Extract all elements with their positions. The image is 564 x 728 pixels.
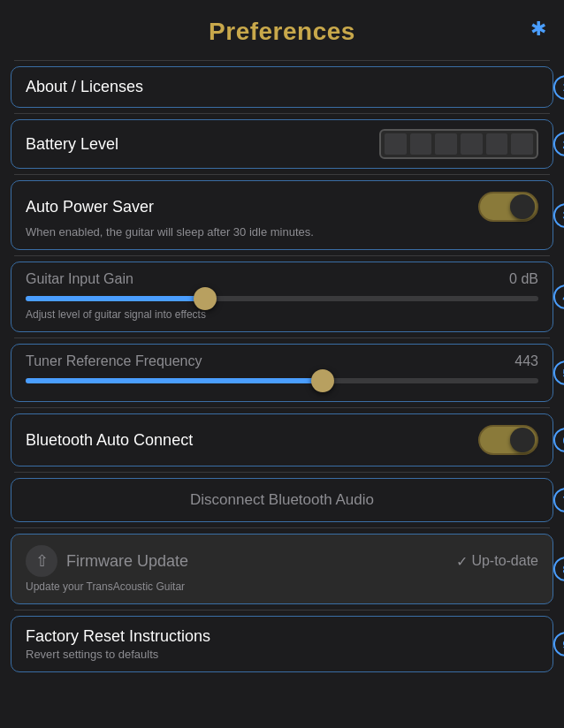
guitar-gain-row: Guitar Input Gain 0 dB Adjust level of g… — [11, 262, 553, 332]
disconnect-button[interactable]: Disconnect Bluetooth Audio — [11, 478, 553, 522]
factory-subtitle: Revert settings to defaults — [26, 648, 538, 661]
bluetooth-toggle-knob — [510, 428, 535, 452]
tuner-value: 443 — [514, 353, 538, 369]
bluetooth-row: Bluetooth Auto Connect — [11, 413, 553, 466]
badge-9: 9 — [553, 632, 564, 656]
auto-power-toggle[interactable] — [478, 192, 538, 222]
divider-2 — [14, 174, 550, 175]
guitar-gain-hint: Adjust level of guitar signal into effec… — [26, 308, 538, 321]
badge-1: 1 — [553, 75, 564, 100]
battery-row: Battery Level — [11, 119, 553, 169]
guitar-gain-row-wrapper: Guitar Input Gain 0 dB Adjust level of g… — [0, 262, 564, 332]
firmware-row-wrapper: ⇧ Firmware Update ✓ Up-to-date Update yo… — [0, 534, 564, 604]
auto-power-subtitle: When enabled, the guitar will sleep afte… — [26, 225, 538, 239]
checkmark-icon: ✓ — [456, 553, 468, 570]
bluetooth-toggle[interactable] — [478, 425, 538, 455]
page-title: Preferences — [209, 18, 355, 46]
disconnect-row-wrapper: Disconnect Bluetooth Audio 7 — [0, 478, 564, 522]
battery-seg-4 — [461, 133, 483, 155]
tuner-track[interactable] — [26, 378, 538, 383]
auto-power-row: Auto Power Saver When enabled, the guita… — [11, 180, 553, 250]
firmware-row[interactable]: ⇧ Firmware Update ✓ Up-to-date Update yo… — [11, 534, 553, 604]
divider-1 — [14, 113, 550, 114]
badge-3: 3 — [553, 203, 564, 228]
about-row[interactable]: About / Licenses — [11, 66, 553, 108]
guitar-gain-label: Guitar Input Gain — [26, 271, 133, 287]
badge-4: 4 — [553, 284, 564, 309]
bluetooth-label: Bluetooth Auto Connect — [26, 431, 193, 450]
divider-3 — [14, 255, 550, 256]
battery-seg-5 — [486, 133, 508, 155]
auto-power-inner: Auto Power Saver — [26, 192, 538, 222]
header-divider — [14, 60, 550, 61]
battery-label: Battery Level — [26, 135, 118, 154]
divider-6 — [14, 472, 550, 473]
firmware-status: ✓ Up-to-date — [456, 553, 538, 570]
bluetooth-row-wrapper: Bluetooth Auto Connect 6 — [0, 413, 564, 466]
badge-7: 7 — [553, 488, 564, 512]
about-label: About / Licenses — [26, 78, 143, 96]
factory-label: Factory Reset Instructions — [26, 627, 538, 646]
guitar-gain-knob[interactable] — [194, 287, 217, 310]
battery-indicator — [379, 129, 538, 159]
badge-2: 2 — [553, 132, 564, 156]
battery-seg-3 — [435, 133, 457, 155]
tuner-row-wrapper: Tuner Reference Frequency 443 5 — [0, 344, 564, 402]
battery-seg-6 — [511, 133, 533, 155]
firmware-label: Firmware Update — [66, 552, 447, 571]
tuner-row: Tuner Reference Frequency 443 — [11, 344, 553, 402]
firmware-status-text: Up-to-date — [471, 553, 538, 569]
divider-7 — [14, 527, 550, 528]
bluetooth-icon: ✱ — [530, 18, 546, 41]
firmware-subtitle: Update your TransAcoustic Guitar — [26, 580, 538, 593]
divider-8 — [14, 610, 550, 610]
auto-power-row-wrapper: Auto Power Saver When enabled, the guita… — [0, 180, 564, 250]
auto-power-label: Auto Power Saver — [26, 198, 154, 216]
tuner-header: Tuner Reference Frequency 443 — [26, 353, 538, 369]
tuner-fill — [26, 378, 323, 383]
battery-row-wrapper: Battery Level 2 — [0, 119, 564, 169]
auto-power-toggle-knob — [510, 194, 535, 219]
factory-row-wrapper: Factory Reset Instructions Revert settin… — [0, 616, 564, 672]
battery-seg-1 — [385, 133, 407, 155]
guitar-gain-header: Guitar Input Gain 0 dB — [26, 271, 538, 287]
tuner-knob[interactable] — [311, 369, 334, 392]
disconnect-label: Disconnect Bluetooth Audio — [190, 491, 374, 508]
header: Preferences ✱ — [0, 0, 564, 55]
about-row-wrapper: About / Licenses 1 — [0, 66, 564, 108]
factory-row[interactable]: Factory Reset Instructions Revert settin… — [11, 616, 553, 672]
firmware-update-icon: ⇧ — [26, 545, 57, 577]
guitar-gain-value: 0 dB — [509, 271, 538, 287]
badge-8: 8 — [553, 557, 564, 581]
tuner-label: Tuner Reference Frequency — [26, 353, 202, 369]
guitar-gain-fill — [26, 296, 205, 301]
divider-4 — [14, 337, 550, 338]
firmware-top: ⇧ Firmware Update ✓ Up-to-date — [26, 545, 538, 577]
badge-6: 6 — [553, 428, 564, 452]
divider-5 — [14, 407, 550, 408]
guitar-gain-track[interactable] — [26, 296, 538, 301]
bluetooth-inner: Bluetooth Auto Connect — [26, 425, 538, 455]
battery-seg-2 — [410, 133, 432, 155]
preferences-page: Preferences ✱ About / Licenses 1 Battery… — [0, 0, 564, 728]
badge-5: 5 — [553, 360, 564, 385]
about-inner: About / Licenses — [26, 78, 538, 96]
